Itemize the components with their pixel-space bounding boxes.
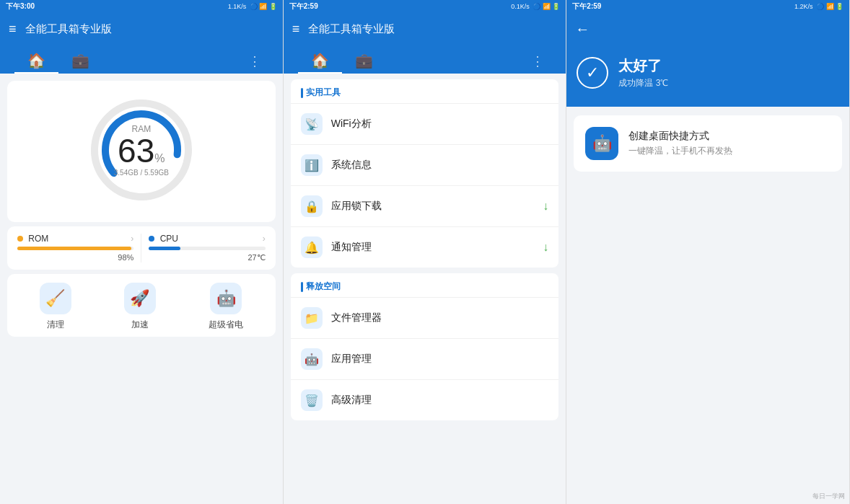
app-title-2: 全能工具箱专业版 bbox=[308, 22, 395, 36]
applock-label: 应用锁下载 bbox=[331, 200, 543, 213]
appmanage-label: 应用管理 bbox=[331, 353, 549, 366]
network-speed-1: 1.1K/s bbox=[228, 3, 247, 10]
phone-screen-3: 下午2:59 1.2K/s 🔵 📶 🔋 ← ✓ 太好了 成功降温 3℃ 🤖 创建… bbox=[566, 0, 850, 504]
rom-stat-header: ROM › bbox=[17, 234, 133, 244]
applock-badge: ↓ bbox=[543, 200, 548, 213]
rom-value: 98% bbox=[17, 253, 133, 262]
network-speed-2: 0.1K/s bbox=[511, 3, 530, 10]
tab-home-1[interactable]: 🏠 bbox=[14, 48, 58, 74]
section-header-tools: 实用工具 bbox=[291, 79, 559, 103]
rom-dot bbox=[17, 236, 23, 242]
menu-item-deepclean[interactable]: 🗑️ 高级清理 bbox=[291, 379, 559, 420]
ram-percent: 63% bbox=[118, 132, 165, 169]
ram-percent-sign: % bbox=[154, 152, 165, 164]
ram-circle: RAM 63% 3.54GB / 5.59GB bbox=[84, 92, 199, 208]
section-title-tools: 实用工具 bbox=[306, 87, 341, 99]
cpu-stat[interactable]: CPU › 27℃ bbox=[149, 234, 265, 262]
watermark: 每日一学网 bbox=[812, 492, 845, 501]
cpu-bar-fill bbox=[149, 247, 180, 250]
success-title: 太好了 bbox=[618, 56, 668, 76]
phone-screen-1: 下午3:00 1.1K/s 🔵 📶 🔋 ≡ 全能工具箱专业版 🏠 💼 ⋮ RAM bbox=[0, 0, 284, 504]
success-bar: ✓ 太好了 成功降温 3℃ bbox=[566, 45, 849, 107]
wifi-label: WiFi分析 bbox=[331, 118, 549, 131]
menu-item-files[interactable]: 📁 文件管理器 bbox=[291, 297, 559, 338]
stats-card: ROM › 98% CPU › bbox=[7, 226, 276, 270]
ram-card: RAM 63% 3.54GB / 5.59GB bbox=[7, 81, 276, 222]
app-bar-1: ≡ 全能工具箱专业版 bbox=[0, 13, 283, 45]
rom-bar-fill bbox=[17, 247, 131, 250]
success-check-icon: ✓ bbox=[577, 57, 608, 89]
tab-more-1[interactable]: ⋮ bbox=[241, 49, 268, 74]
screen3-content: 🤖 创建桌面快捷方式 一键降温，让手机不再发热 bbox=[566, 107, 849, 504]
action-power[interactable]: 🤖 超级省电 bbox=[209, 283, 243, 331]
section-title-space: 释放空间 bbox=[306, 280, 341, 293]
tab-more-2[interactable]: ⋮ bbox=[524, 49, 551, 74]
cpu-dot bbox=[149, 236, 154, 242]
status-bar-3: 下午2:59 1.2K/s 🔵 📶 🔋 bbox=[566, 0, 849, 13]
shortcut-card[interactable]: 🤖 创建桌面快捷方式 一键降温，让手机不再发热 bbox=[574, 115, 842, 172]
status-time-1: 下午3:00 bbox=[6, 1, 35, 12]
shortcut-icon: 🤖 bbox=[585, 127, 618, 160]
app-bar-3: ← bbox=[566, 13, 849, 45]
clean-label: 清理 bbox=[47, 319, 64, 331]
boost-label: 加速 bbox=[131, 319, 149, 331]
stat-divider bbox=[141, 234, 141, 262]
screen2-content: 实用工具 📡 WiFi分析 ℹ️ 系统信息 🔒 应用锁下载 ↓ 🔔 通知管理 ↓ bbox=[284, 74, 566, 504]
files-icon: 📁 bbox=[301, 307, 323, 329]
appmanage-icon: 🤖 bbox=[301, 348, 323, 370]
status-icons-2: 0.1K/s 🔵 📶 🔋 bbox=[511, 3, 560, 10]
app-title-1: 全能工具箱专业版 bbox=[25, 22, 112, 36]
menu-section-tools: 实用工具 📡 WiFi分析 ℹ️ 系统信息 🔒 应用锁下载 ↓ 🔔 通知管理 ↓ bbox=[291, 79, 559, 268]
rom-bar-bg bbox=[17, 247, 133, 250]
sysinfo-icon: ℹ️ bbox=[301, 154, 323, 176]
status-time-2: 下午2:59 bbox=[289, 1, 318, 12]
network-speed-3: 1.2K/s bbox=[794, 3, 813, 10]
tab-home-2[interactable]: 🏠 bbox=[298, 48, 342, 74]
menu-item-wifi[interactable]: 📡 WiFi分析 bbox=[291, 103, 559, 144]
tab-bar-2: 🏠 💼 ⋮ bbox=[284, 45, 566, 74]
tab-briefcase-2[interactable]: 💼 bbox=[342, 48, 386, 74]
deepclean-label: 高级清理 bbox=[331, 394, 549, 407]
menu-item-appmanage[interactable]: 🤖 应用管理 bbox=[291, 338, 559, 379]
cpu-label: CPU bbox=[160, 234, 178, 244]
cpu-value: 27℃ bbox=[149, 253, 265, 262]
menu-item-applock[interactable]: 🔒 应用锁下载 ↓ bbox=[291, 185, 559, 226]
sysinfo-label: 系统信息 bbox=[331, 159, 549, 172]
menu-icon-1[interactable]: ≡ bbox=[9, 22, 17, 37]
status-bar-2: 下午2:59 0.1K/s 🔵 📶 🔋 bbox=[284, 0, 566, 13]
tab-bar-1: 🏠 💼 ⋮ bbox=[0, 45, 283, 74]
shortcut-title: 创建桌面快捷方式 bbox=[628, 130, 732, 143]
menu-item-sysinfo[interactable]: ℹ️ 系统信息 bbox=[291, 144, 559, 185]
cpu-stat-header: CPU › bbox=[149, 234, 265, 244]
menu-item-notify[interactable]: 🔔 通知管理 ↓ bbox=[291, 226, 559, 268]
back-button[interactable]: ← bbox=[575, 21, 590, 37]
action-boost[interactable]: 🚀 加速 bbox=[124, 283, 156, 331]
screen1-content: RAM 63% 3.54GB / 5.59GB ROM › bbox=[0, 74, 283, 504]
wifi-icon: 📡 bbox=[301, 113, 323, 135]
power-label: 超级省电 bbox=[209, 319, 243, 331]
rom-stat[interactable]: ROM › 98% bbox=[17, 234, 133, 262]
rom-chevron: › bbox=[131, 234, 133, 244]
menu-icon-2[interactable]: ≡ bbox=[292, 22, 300, 37]
phone-screen-2: 下午2:59 0.1K/s 🔵 📶 🔋 ≡ 全能工具箱专业版 🏠 💼 ⋮ 实用工… bbox=[284, 0, 567, 504]
notify-label: 通知管理 bbox=[331, 241, 543, 254]
action-clean[interactable]: 🧹 清理 bbox=[40, 283, 71, 331]
power-icon: 🤖 bbox=[210, 283, 242, 314]
app-bar-2: ≡ 全能工具箱专业版 bbox=[284, 13, 566, 45]
applock-icon: 🔒 bbox=[301, 195, 323, 217]
status-bar-1: 下午3:00 1.1K/s 🔵 📶 🔋 bbox=[0, 0, 283, 13]
circle-text: RAM 63% 3.54GB / 5.59GB bbox=[114, 124, 169, 177]
cpu-bar-bg bbox=[149, 247, 265, 250]
section-header-space: 释放空间 bbox=[291, 273, 559, 297]
status-icons-3: 1.2K/s 🔵 📶 🔋 bbox=[794, 3, 844, 10]
check-symbol: ✓ bbox=[586, 63, 599, 82]
rom-label: ROM bbox=[28, 234, 48, 244]
files-label: 文件管理器 bbox=[331, 311, 549, 324]
status-time-3: 下午2:59 bbox=[572, 1, 601, 12]
status-icons-1: 1.1K/s 🔵 📶 🔋 bbox=[228, 3, 277, 10]
deepclean-icon: 🗑️ bbox=[301, 389, 323, 411]
notify-icon: 🔔 bbox=[301, 236, 323, 258]
tab-briefcase-1[interactable]: 💼 bbox=[58, 48, 102, 74]
shortcut-text: 创建桌面快捷方式 一键降温，让手机不再发热 bbox=[628, 130, 732, 157]
clean-icon: 🧹 bbox=[40, 283, 71, 314]
